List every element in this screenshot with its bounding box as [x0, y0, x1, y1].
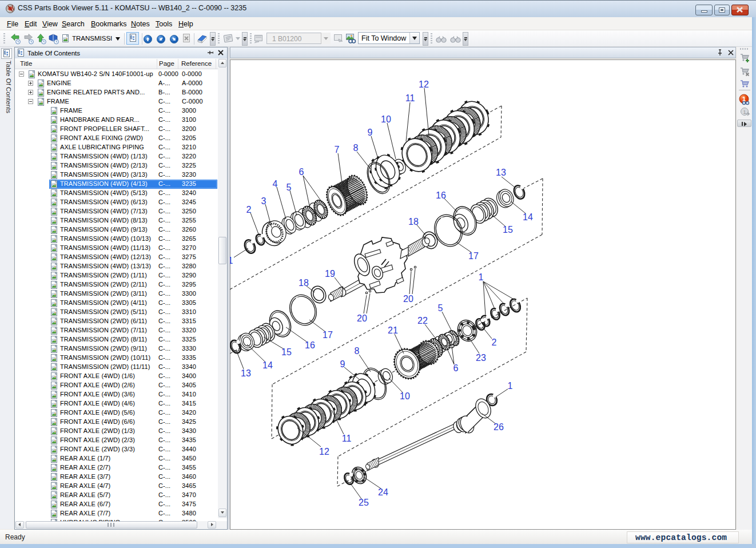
- svg-text:1: 1: [743, 109, 746, 115]
- svg-text:16: 16: [436, 190, 446, 200]
- svg-text:1: 1: [479, 272, 484, 282]
- svg-text:13: 13: [496, 168, 506, 177]
- svg-text:5: 5: [287, 182, 292, 192]
- svg-text:12: 12: [319, 447, 329, 456]
- svg-text:10: 10: [400, 391, 410, 401]
- svg-text:22: 22: [417, 316, 428, 325]
- svg-text:17: 17: [323, 330, 333, 340]
- svg-text:25: 25: [359, 498, 369, 507]
- svg-text:11: 11: [405, 93, 415, 103]
- svg-text:4: 4: [273, 179, 278, 189]
- svg-text:19: 19: [325, 269, 335, 279]
- svg-text:1: 1: [508, 381, 513, 391]
- svg-text:3: 3: [261, 196, 266, 206]
- svg-text:17: 17: [468, 251, 479, 261]
- svg-text:11: 11: [342, 434, 352, 443]
- svg-text:9: 9: [368, 128, 373, 137]
- svg-text:15: 15: [281, 347, 292, 357]
- svg-text:21: 21: [388, 325, 398, 335]
- svg-text:14: 14: [262, 360, 273, 370]
- svg-text:15: 15: [503, 225, 513, 235]
- svg-text:12: 12: [419, 80, 429, 89]
- svg-text:20: 20: [403, 294, 413, 304]
- svg-text:7: 7: [335, 145, 340, 154]
- svg-text:8: 8: [353, 143, 359, 153]
- svg-text:2: 2: [246, 205, 252, 215]
- svg-text:26: 26: [494, 422, 504, 432]
- svg-text:5: 5: [438, 303, 443, 313]
- svg-text:18: 18: [408, 217, 419, 227]
- svg-text:2: 2: [492, 337, 497, 347]
- svg-text:1: 1: [230, 256, 233, 265]
- svg-text:24: 24: [378, 487, 388, 497]
- svg-text:14: 14: [523, 212, 533, 222]
- svg-text:8: 8: [355, 346, 360, 356]
- svg-text:18: 18: [299, 278, 309, 288]
- svg-text:20: 20: [357, 313, 367, 323]
- svg-text:6: 6: [453, 363, 459, 373]
- svg-text:16: 16: [305, 340, 315, 350]
- svg-text:6: 6: [299, 167, 304, 177]
- svg-text:23: 23: [476, 353, 486, 363]
- svg-text:13: 13: [241, 368, 251, 378]
- svg-text:10: 10: [381, 114, 391, 124]
- svg-text:9: 9: [340, 359, 345, 369]
